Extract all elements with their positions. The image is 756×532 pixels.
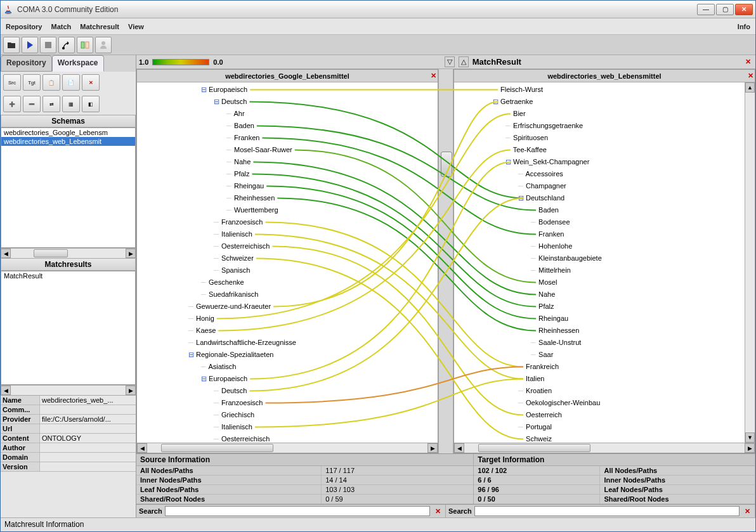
maximize-button[interactable]: ▢ <box>716 4 734 15</box>
tree-node[interactable]: ─ Rheinhessen <box>454 325 745 337</box>
tree-node[interactable]: ─ Oesterreich <box>454 409 745 421</box>
close-source-icon[interactable]: ✕ <box>431 72 436 80</box>
expand-handle-icon[interactable]: ⊟ <box>200 84 207 96</box>
tree-node[interactable]: ─ Frankreich <box>454 361 745 373</box>
tree-node[interactable]: ─ Bodensee <box>454 216 745 228</box>
expand-handle-icon[interactable]: ⊟ <box>200 373 207 385</box>
tree-node[interactable]: ─ Deutsch <box>137 385 438 397</box>
menu-repository[interactable]: Repository <box>6 23 42 30</box>
matchresults-list[interactable]: MatchResult <box>1 271 136 385</box>
tree-node[interactable]: ─ Asiatisch <box>137 361 438 373</box>
tree-node[interactable]: ─ Franzoesisch <box>137 216 438 228</box>
tree-node[interactable]: ⊟ Wein_Sekt-Champagner <box>454 156 745 168</box>
tree-node[interactable]: ─ Spanisch <box>137 264 438 276</box>
clear-search-icon[interactable]: ✕ <box>742 506 752 516</box>
scroll-right-icon[interactable]: ▶ <box>126 386 136 395</box>
menu-view[interactable]: View <box>128 23 144 30</box>
btn-remove[interactable]: ➖ <box>23 96 41 112</box>
tree-node[interactable]: ─ Franken <box>454 228 745 240</box>
scroll-left-icon[interactable]: ◀ <box>454 443 464 453</box>
scroll-thumb[interactable] <box>478 444 590 452</box>
scroll-down-icon[interactable]: ▼ <box>745 432 755 443</box>
tree-node[interactable]: ─ Franzoesisch <box>137 397 438 409</box>
tree-node[interactable]: ─ Nahe <box>454 289 745 301</box>
scroll-left-icon[interactable]: ◀ <box>1 386 11 395</box>
btn-add[interactable]: ➕ <box>3 96 21 112</box>
tree-node[interactable]: ─ Baden <box>454 204 745 216</box>
tool-open-icon[interactable] <box>3 37 20 53</box>
tree-node[interactable]: ⊟ Europaeisch <box>137 373 438 385</box>
tree-node[interactable]: ─ Rheingau <box>454 313 745 325</box>
btn-merge[interactable]: ▦ <box>62 96 80 112</box>
tree-node[interactable]: ─ Bier <box>454 108 745 120</box>
tree-node[interactable]: ─ Saale-Unstrut <box>454 337 745 349</box>
tree-node[interactable]: ─ Honig <box>137 313 438 325</box>
tree-node[interactable]: ─ Accessoires <box>454 168 745 180</box>
tree-node[interactable]: ─ Spirituosen <box>454 132 745 144</box>
tool-user-icon[interactable] <box>95 37 112 53</box>
tree-node[interactable]: ⊟ Deutsch <box>137 96 438 108</box>
tree-node[interactable]: ─ Wuerttemberg <box>137 204 438 216</box>
scroll-left-icon[interactable]: ◀ <box>1 249 11 258</box>
expand-handle-icon[interactable]: ⊟ <box>188 349 194 361</box>
tree-node[interactable]: ─ Nahe <box>137 156 438 168</box>
btn-diff[interactable]: ◧ <box>82 96 100 112</box>
nav-up-icon[interactable]: △ <box>459 56 469 67</box>
search-target-input[interactable] <box>474 506 740 516</box>
scroll-right-icon[interactable]: ▶ <box>126 249 136 258</box>
tree-node[interactable]: ─ Pfalz <box>137 168 438 180</box>
tree-node[interactable]: ─ Mosel-Saar-Ruwer <box>137 144 438 156</box>
tree-node[interactable]: ─ Champagner <box>454 180 745 192</box>
close-matchresult-icon[interactable]: ✕ <box>743 57 753 67</box>
tree-node[interactable]: ─ Erfrischungsgetraenke <box>454 120 745 132</box>
scroll-right-icon[interactable]: ▶ <box>745 443 755 453</box>
target-tree[interactable]: ─ Fleisch-Wurst⊟ Getraenke─ Bier─ Erfris… <box>454 82 745 443</box>
tree-node[interactable]: ─ Suedafrikanisch <box>137 289 438 301</box>
nav-down-icon[interactable]: ▽ <box>445 56 455 67</box>
expand-handle-icon[interactable]: ⊟ <box>518 192 524 204</box>
splitter-thumb[interactable] <box>441 152 452 177</box>
scroll-left-icon[interactable]: ◀ <box>137 443 147 453</box>
tree-node[interactable]: ─ Tee-Kaffee <box>454 144 745 156</box>
tree-node[interactable]: ⊟ Regionale-Spezialitaeten <box>137 349 438 361</box>
btn-copy[interactable]: 📄 <box>62 74 80 91</box>
tree-node[interactable]: ─ Italienisch <box>137 421 438 433</box>
tree-node[interactable]: ─ Kleinstanbaugebiete <box>454 252 745 264</box>
tree-node[interactable]: ─ Italienisch <box>137 228 438 240</box>
scroll-thumb[interactable] <box>34 249 68 257</box>
minimize-button[interactable]: — <box>697 4 715 15</box>
tree-node[interactable]: ─ Oesterreichisch <box>137 240 438 252</box>
tree-node[interactable]: ─ Schweizer <box>137 252 438 264</box>
schema-item[interactable]: webdirectories_web_Lebensmit <box>1 137 135 146</box>
tree-node[interactable]: ─ Schweiz <box>454 433 745 443</box>
search-source-input[interactable] <box>165 506 430 516</box>
scroll-right-icon[interactable]: ▶ <box>427 443 438 453</box>
tree-node[interactable]: ─ Gewuerze-und-Kraeuter <box>137 301 438 313</box>
tree-node[interactable]: ⊟ Europaeisch <box>137 84 438 96</box>
tree-node[interactable]: ⊟ Deutschland <box>454 192 745 204</box>
matchresult-item[interactable]: MatchResult <box>1 271 135 280</box>
tree-node[interactable]: ─ Italien <box>454 373 745 385</box>
tree-node[interactable]: ─ Griechisch <box>137 409 438 421</box>
expand-handle-icon[interactable]: ⊟ <box>213 96 219 108</box>
tree-node[interactable]: ─ Saar <box>454 349 745 361</box>
tree-node[interactable]: ─ Franken <box>137 132 438 144</box>
tree-node[interactable]: ─ Kroatien <box>454 385 745 397</box>
clear-search-icon[interactable]: ✕ <box>433 506 443 516</box>
tree-node[interactable]: ─ Ahr <box>137 108 438 120</box>
tree-node[interactable]: ─ Portugal <box>454 421 745 433</box>
tree-node[interactable]: ─ Fleisch-Wurst <box>454 84 745 96</box>
tree-node[interactable]: ─ Geschenke <box>137 276 438 289</box>
schema-item[interactable]: webdirectories_Google_Lebensm <box>1 128 135 137</box>
tree-node[interactable]: ─ Rheinhessen <box>137 192 438 204</box>
tree-node[interactable]: ⊟ Getraenke <box>454 96 745 108</box>
tree-node[interactable]: ─ Baden <box>137 120 438 132</box>
close-target-icon[interactable]: ✕ <box>748 72 753 80</box>
menu-info[interactable]: Info <box>738 23 750 30</box>
expand-handle-icon[interactable]: ⊟ <box>505 156 511 168</box>
tree-node[interactable]: ─ Hohenlohe <box>454 240 745 252</box>
tree-node[interactable]: ─ Mosel <box>454 276 745 289</box>
tool-step-icon[interactable] <box>58 37 75 53</box>
tree-node[interactable]: ─ Oekologischer-Weinbau <box>454 397 745 409</box>
tree-node[interactable]: ─ Mittelrhein <box>454 264 745 276</box>
